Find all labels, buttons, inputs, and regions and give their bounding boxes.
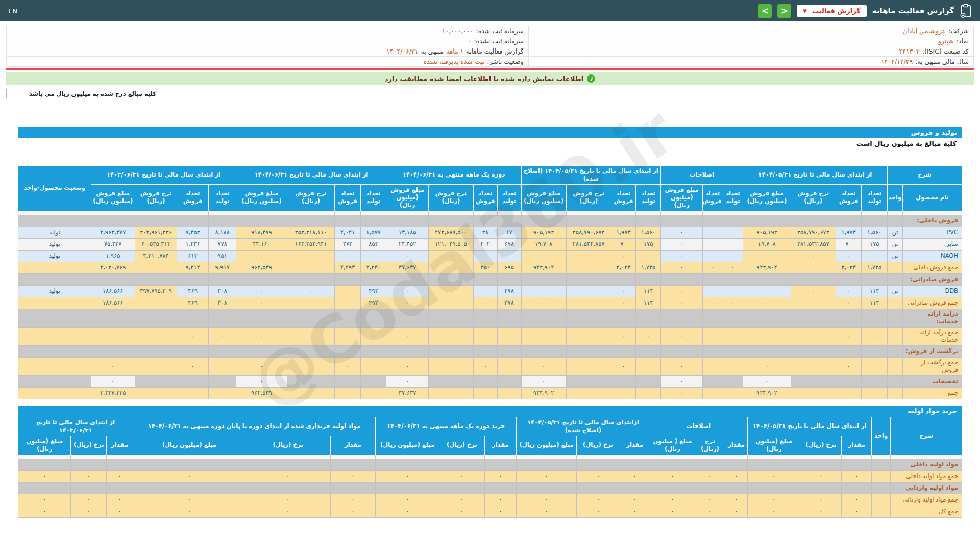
table-row: جمع کل۰۰۰۰۰۰۰۰۰۰۰۰۰۰۰۰۰۰ xyxy=(18,506,962,517)
cell xyxy=(360,357,386,375)
column-header: مبلغ فروش (میلیون ریال) xyxy=(236,184,287,211)
cell xyxy=(287,297,335,309)
cell xyxy=(236,273,287,285)
cell xyxy=(902,211,962,215)
cell xyxy=(428,387,473,399)
cell: ۰ xyxy=(246,470,330,482)
column-header: مبلغ فروش (میلیون ریال) xyxy=(386,184,428,211)
cell: ۰ xyxy=(743,297,791,309)
column-header: نرخ (ریال) xyxy=(246,436,330,455)
cell xyxy=(521,211,566,215)
cell xyxy=(725,455,747,459)
cell xyxy=(836,345,862,357)
cell xyxy=(91,215,135,227)
report-period-row: گزارش فعالیت ماهانه ۱ ماهه منتهی به ۱۴۰۴… xyxy=(6,46,529,57)
cell xyxy=(439,482,484,494)
cell: فروش صادراتی: xyxy=(902,273,962,285)
cell xyxy=(135,309,177,327)
cell xyxy=(335,345,361,357)
cell xyxy=(611,387,636,399)
table-row: NAOHتن۰۰۰۰۰۰۰۰۰۰۰۰۰۰۹۵۱۶۱۲۳,۲۱۰,۷۸۴۱,۹۶۵… xyxy=(18,250,962,262)
cell: ۹۵۱ xyxy=(208,250,236,262)
cell xyxy=(636,273,661,285)
cell xyxy=(497,250,521,262)
cell xyxy=(636,211,661,215)
cell xyxy=(566,345,611,357)
cell xyxy=(521,273,566,285)
cell xyxy=(386,345,428,357)
fiscal-year-row: سال مالی منتهی به: ۱۴۰۴/۱۲/۲۹ xyxy=(529,57,974,67)
cell: ۰ xyxy=(91,375,135,387)
publisher-status-row: وضعیت ناشر: ثبت شده پذیرفته نشده xyxy=(6,57,529,67)
cell xyxy=(18,375,91,387)
cell xyxy=(133,459,246,470)
column-header: مبلغ (میلیون ریال) xyxy=(18,436,71,455)
cell: ۰ xyxy=(375,470,439,482)
cell xyxy=(800,455,842,459)
prev-report-button[interactable]: < xyxy=(777,4,791,18)
cell: ۰ xyxy=(473,327,497,345)
cell xyxy=(743,345,791,357)
cell: ۲۴,۴۵۲ xyxy=(386,238,428,250)
column-group-header: از ابتدای سال مالی تا تاریخ ۱۴۰۴/۰۵/۳۱ (… xyxy=(521,166,660,185)
publisher-status-value: ثبت شده پذیرفته نشده xyxy=(424,58,485,65)
cell xyxy=(660,215,702,227)
cell xyxy=(660,211,702,215)
cell: ۰ xyxy=(386,250,428,262)
cell xyxy=(330,459,375,470)
cell xyxy=(208,309,236,327)
cell xyxy=(566,297,611,309)
cell: ۰ xyxy=(577,494,620,506)
cell xyxy=(360,211,386,215)
table-row: سایرتن۱۷۵۷۰۲۸۱,۵۴۲,۸۵۷۱۹,۷۰۸۰۱۷۵۷۰۲۸۱,۵۴… xyxy=(18,238,962,250)
cell xyxy=(650,455,695,459)
column-header: نرخ فروش (ریال) xyxy=(287,184,335,211)
cell xyxy=(335,375,361,387)
cell xyxy=(135,327,177,345)
column-header: مبلغ فروش (میلیون ریال) xyxy=(660,184,702,211)
cell xyxy=(133,482,246,494)
cell xyxy=(439,455,484,459)
cell: ۳۷,۶۳۷ xyxy=(386,387,428,399)
cell: تن xyxy=(887,238,902,250)
signed-info-text: اطلاعات نمایش داده شده با اطلاعات امضا ش… xyxy=(385,75,584,83)
cell: ۲۷۴,۶۸۷,۵۰۰ xyxy=(428,227,473,238)
cell xyxy=(650,482,695,494)
cell xyxy=(887,357,902,375)
cell xyxy=(18,387,91,399)
cell xyxy=(18,273,91,285)
cell xyxy=(800,482,842,494)
cell: ۰ xyxy=(620,470,650,482)
cell: ۰ xyxy=(611,250,636,262)
cell xyxy=(287,387,335,399)
cell: ۰ xyxy=(723,262,743,273)
cell xyxy=(177,345,209,357)
language-toggle[interactable]: EN xyxy=(8,7,17,15)
cell: ۰ xyxy=(360,327,386,345)
cell xyxy=(611,345,636,357)
cell xyxy=(91,273,135,285)
purchases-table: شرحواحداز ابتدای سال مالی تا تاریخ ۱۴۰۴/… xyxy=(18,417,962,518)
report-type-dropdown[interactable]: گزارش فعالیت ▼ xyxy=(797,5,866,17)
cell: ۰ xyxy=(577,506,620,517)
cell: ۰ xyxy=(517,470,577,482)
cell xyxy=(287,357,335,375)
cell: ۰ xyxy=(660,227,702,238)
cell xyxy=(473,285,497,297)
cell xyxy=(566,309,611,327)
cell xyxy=(177,309,209,327)
column-group-header: وضعیت محصول-واحد xyxy=(18,166,91,211)
column-header: تعداد تولید xyxy=(497,184,521,211)
cell xyxy=(703,285,723,297)
cell xyxy=(521,215,566,227)
column-group-header: مواد اولیه خریداری شده از ابتدای دوره تا… xyxy=(133,417,375,436)
cell xyxy=(748,459,800,470)
cell xyxy=(335,387,361,399)
column-group-header: از ابتدای سال مالی تا تاریخ ۱۴۰۴/۰۵/۳۱ xyxy=(748,417,872,436)
cell: ۰ xyxy=(695,470,725,482)
cell: ۴۴,۱۶۰ xyxy=(236,238,287,250)
cell xyxy=(439,459,484,470)
next-report-button[interactable]: > xyxy=(758,4,772,18)
section-row: مواد اولیه وارداتی xyxy=(18,482,962,494)
company-row: شرکت: پتروشیمي آبادان xyxy=(529,26,974,36)
